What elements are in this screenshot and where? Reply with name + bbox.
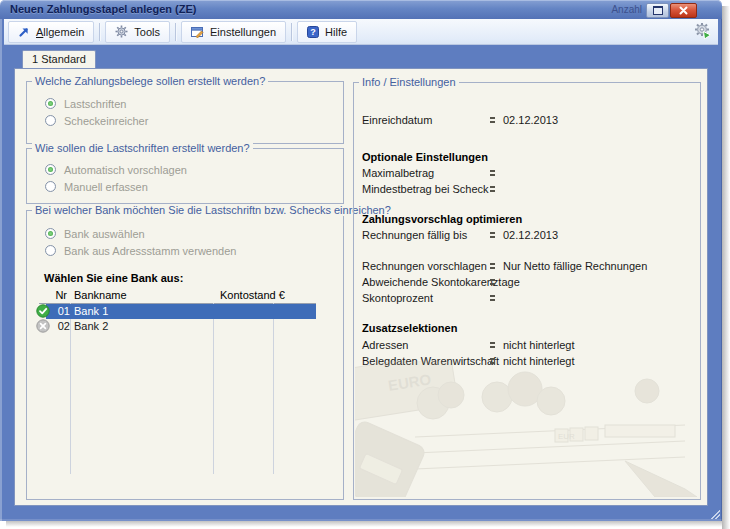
field-value[interactable]: 02.12.2013: [503, 229, 558, 241]
field-rechnungen-faellig-bis: Rechnungen fällig bis 02.12.2013: [362, 229, 694, 242]
column-header-kontostand[interactable]: Kontostand €: [220, 289, 285, 301]
equals-icon: [490, 232, 495, 238]
equals-icon: [490, 117, 495, 123]
radio-automatisch[interactable]: Automatisch vorschlagen: [45, 163, 187, 176]
section-heading-zahlungsvorschlag: Zahlungsvorschlag optimieren: [362, 213, 694, 226]
resize-grip[interactable]: [709, 508, 720, 519]
dialog-window: Neuen Zahlungsstapel anlegen (ZE) Anzahl…: [0, 0, 722, 521]
title-bar[interactable]: Neuen Zahlungsstapel anlegen (ZE) Anzahl: [0, 0, 722, 19]
euro-money-watermark: EURO EUR: [355, 361, 697, 497]
gear-icon: [115, 25, 128, 38]
group-title: Welche Zahlungsbelege sollen erstellt we…: [32, 75, 268, 87]
field-label: Mindestbetrag bei Scheck: [362, 183, 489, 195]
field-value[interactable]: Nur Netto fällige Rechnungen: [503, 260, 647, 272]
equals-icon: [490, 170, 495, 176]
radio-selected-icon: [45, 228, 56, 239]
content-pane: Welche Zahlungsbelege sollen erstellt we…: [14, 68, 708, 506]
field-mindestbetrag: Mindestbetrag bei Scheck: [362, 183, 694, 196]
section-heading: Optionale Einstellungen: [362, 151, 488, 163]
radio-bank-adressstamm[interactable]: Bank aus Adressstamm verwenden: [45, 244, 236, 257]
field-maximalbetrag: Maximalbetrag: [362, 167, 694, 180]
field-rechnungen-vorschlagen: Rechnungen vorschlagen Nur Netto fällige…: [362, 260, 694, 273]
section-heading-zusatzselektionen: Zusatzselektionen: [362, 322, 694, 335]
equals-icon: [490, 186, 495, 192]
field-value[interactable]: nicht hinterlegt: [503, 355, 575, 367]
window-shadow: [722, 6, 730, 529]
tab-label: 1 Standard: [32, 53, 86, 65]
field-label: Rechnungen vorschlagen: [362, 260, 487, 272]
toolbar-label: Tools: [134, 26, 160, 38]
equals-icon: [490, 358, 495, 364]
field-label: Einreichdatum: [362, 114, 432, 126]
radio-unselected-icon: [45, 245, 56, 256]
radio-bank-auswaehlen[interactable]: Bank auswählen: [45, 227, 145, 240]
group-bank-auswahl: Bei welcher Bank möchten Sie die Lastsch…: [26, 210, 344, 500]
radio-lastschriften[interactable]: Lastschriften: [45, 97, 126, 110]
svg-text:EURO: EURO: [387, 370, 433, 394]
field-label: Abweichende Skontokarenztage: [362, 276, 520, 288]
radio-label: Manuell erfassen: [64, 181, 148, 193]
svg-text:EUR: EUR: [558, 432, 575, 441]
toolbar-button-allgemein[interactable]: Allgemein: [8, 21, 94, 43]
equals-icon: [490, 279, 495, 285]
field-label: Adressen: [362, 339, 408, 351]
close-icon: [679, 6, 688, 15]
titlebar-status-text: Anzahl: [611, 4, 642, 15]
equals-icon: [490, 342, 495, 348]
toolbar-button-einstellungen[interactable]: Einstellungen: [181, 21, 286, 43]
cell-nr: 01: [48, 305, 70, 317]
radio-scheckeinreicher[interactable]: Scheckeinreicher: [45, 114, 148, 127]
gear-run-button[interactable]: [694, 22, 712, 42]
group-zahlungsbelege: Welche Zahlungsbelege sollen erstellt we…: [26, 81, 344, 144]
group-title: Info / Einstellungen: [359, 76, 459, 88]
table-row-bank-1[interactable]: 01 Bank 1: [27, 304, 343, 319]
toolbar: Allgemein Tools Einstel: [4, 19, 718, 45]
toolbar-separator: [291, 23, 292, 41]
svg-text:?: ?: [310, 27, 316, 37]
radio-manuell[interactable]: Manuell erfassen: [45, 180, 148, 193]
settings-window-icon: [191, 26, 204, 38]
cell-bankname: Bank 1: [74, 305, 108, 317]
radio-label: Lastschriften: [64, 98, 126, 110]
toolbar-button-hilfe[interactable]: ? Hilfe: [297, 21, 357, 43]
radio-selected-icon: [45, 98, 56, 109]
column-header-nr[interactable]: Nr: [47, 289, 67, 301]
toolbar-button-tools[interactable]: Tools: [105, 21, 170, 43]
equals-icon: [490, 263, 495, 269]
tab-standard[interactable]: 1 Standard: [22, 50, 96, 68]
section-heading: Zusatzselektionen: [362, 322, 457, 334]
radio-unselected-icon: [45, 181, 56, 192]
help-icon: ?: [307, 26, 319, 38]
column-header-bankname[interactable]: Bankname: [74, 289, 127, 301]
bank-table-caption: Wählen Sie eine Bank aus:: [44, 272, 183, 284]
radio-label: Bank aus Adressstamm verwenden: [64, 245, 236, 257]
field-einreichdatum: Einreichdatum 02.12.2013: [362, 114, 694, 127]
group-lastschriften-erstellung: Wie sollen die Lastschriften erstellt we…: [26, 148, 344, 204]
restore-button[interactable]: [646, 3, 669, 18]
field-adressen: Adressen nicht hinterlegt: [362, 339, 694, 352]
toolbar-separator: [99, 23, 100, 41]
radio-selected-icon: [45, 164, 56, 175]
field-label: Rechnungen fällig bis: [362, 229, 467, 241]
restore-icon: [653, 6, 663, 15]
table-row-bank-2[interactable]: 02 Bank 2: [27, 319, 343, 334]
group-title: Wie sollen die Lastschriften erstellt we…: [32, 142, 253, 154]
field-abweichende-skontokarenztage: Abweichende Skontokarenztage: [362, 276, 694, 289]
radio-label: Bank auswählen: [64, 228, 145, 240]
group-info-einstellungen: Info / Einstellungen Einreichdatum 02.12…: [353, 82, 701, 500]
radio-label: Automatisch vorschlagen: [64, 164, 187, 176]
radio-unselected-icon: [45, 115, 56, 126]
field-belegdaten: Belegdaten Warenwirtschaft nicht hinterl…: [362, 355, 694, 368]
toolbar-label: Hilfe: [325, 26, 347, 38]
radio-label: Scheckeinreicher: [64, 115, 148, 127]
field-value[interactable]: 02.12.2013: [503, 114, 558, 126]
group-title: Bei welcher Bank möchten Sie die Lastsch…: [32, 204, 394, 216]
toolbar-separator: [175, 23, 176, 41]
toolbar-label: Einstellungen: [210, 26, 276, 38]
field-value[interactable]: nicht hinterlegt: [503, 339, 575, 351]
arrow-up-right-icon: [18, 26, 30, 38]
cell-bankname: Bank 2: [74, 320, 108, 332]
gear-run-icon: [694, 22, 712, 40]
close-button[interactable]: [670, 3, 697, 18]
field-skontoprozent: Skontoprozent: [362, 292, 694, 305]
